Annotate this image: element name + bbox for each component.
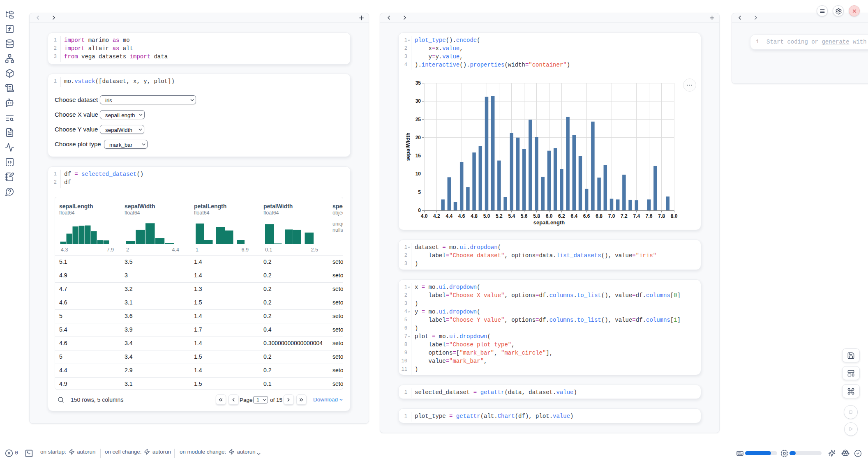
svg-text:15: 15	[416, 153, 421, 159]
svg-text:5.8: 5.8	[533, 213, 540, 219]
svg-text:8.0: 8.0	[671, 213, 678, 219]
svg-text:4.6: 4.6	[458, 213, 465, 219]
svg-text:6.4: 6.4	[570, 213, 577, 219]
svg-text:5.6: 5.6	[521, 213, 528, 219]
svg-text:7.6: 7.6	[646, 213, 653, 219]
svg-text:6.8: 6.8	[596, 213, 603, 219]
svg-text:6.0: 6.0	[546, 213, 553, 219]
svg-text:5.4: 5.4	[508, 213, 515, 219]
svg-text:4.8: 4.8	[471, 213, 478, 219]
svg-text:7.2: 7.2	[621, 213, 628, 219]
svg-text:20: 20	[416, 135, 421, 141]
svg-text:7.4: 7.4	[633, 213, 640, 219]
svg-text:25: 25	[416, 117, 421, 122]
svg-text:35: 35	[416, 80, 421, 86]
svg-text:sepalLength: sepalLength	[533, 219, 565, 226]
svg-text:5.2: 5.2	[496, 213, 503, 219]
svg-text:5: 5	[418, 189, 421, 195]
svg-text:4.2: 4.2	[433, 213, 440, 219]
svg-text:10: 10	[416, 171, 421, 177]
svg-text:6.2: 6.2	[558, 213, 565, 219]
svg-text:30: 30	[416, 98, 421, 104]
svg-text:7.8: 7.8	[658, 213, 665, 219]
svg-text:4.4: 4.4	[446, 213, 452, 219]
svg-text:sepalWidth: sepalWidth	[405, 132, 411, 161]
svg-text:0: 0	[418, 207, 421, 213]
svg-text:4.0: 4.0	[421, 213, 428, 219]
svg-text:6.6: 6.6	[583, 213, 590, 219]
svg-text:5.0: 5.0	[483, 213, 490, 219]
svg-text:7.0: 7.0	[608, 213, 615, 219]
